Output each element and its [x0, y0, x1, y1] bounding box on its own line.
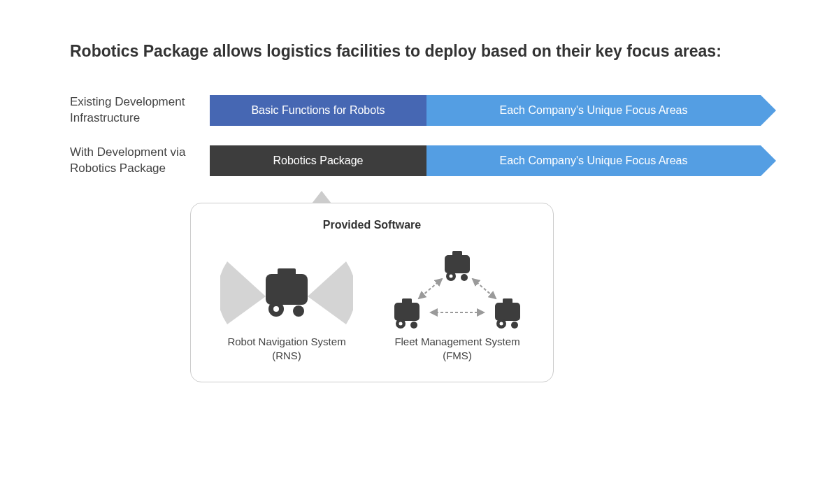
fleet-management-icon [375, 244, 539, 335]
svg-rect-18 [495, 303, 520, 321]
software-rns: Robot Navigation System (RNS) [205, 244, 368, 363]
svg-point-11 [450, 275, 453, 278]
software-fms: Fleet Management System (FMS) [375, 244, 539, 363]
provided-software-callout: Provided Software Robot Navigation [190, 203, 554, 382]
row-robotics-bar: Robotics Package Each Company's Unique F… [210, 145, 776, 176]
svg-line-6 [473, 279, 496, 298]
svg-point-4 [293, 305, 304, 317]
segment-basic-functions: Basic Functions for Robots [210, 95, 426, 126]
arrowhead-icon [761, 145, 776, 176]
segment-unique-focus-1: Each Company's Unique Focus Areas [426, 95, 761, 126]
diagram-title: Robotics Package allows logistics facili… [70, 42, 783, 61]
svg-point-16 [399, 322, 403, 326]
callout-title: Provided Software [205, 219, 539, 231]
svg-rect-9 [452, 251, 462, 256]
svg-point-12 [461, 274, 468, 281]
row-robotics-label: With Development via Robotics Package [70, 145, 210, 177]
software-rns-label: Robot Navigation System (RNS) [205, 335, 368, 363]
row-existing-bar: Basic Functions for Robots Each Company'… [210, 95, 776, 126]
svg-rect-13 [394, 303, 420, 321]
callout-pointer-icon [313, 192, 330, 203]
segment-robotics-package: Robotics Package [210, 145, 426, 176]
row-existing: Existing Development Infrastructure Basi… [70, 94, 783, 127]
svg-point-17 [410, 322, 417, 329]
svg-rect-14 [402, 298, 412, 303]
row-robotics-package: With Development via Robotics Package Ro… [70, 145, 783, 177]
segment-unique-focus-2: Each Company's Unique Focus Areas [426, 145, 761, 176]
svg-point-22 [511, 322, 518, 329]
software-fms-label: Fleet Management System (FMS) [375, 335, 539, 363]
svg-point-21 [500, 322, 503, 326]
svg-rect-1 [278, 268, 296, 275]
arrowhead-icon [761, 95, 776, 126]
row-existing-label: Existing Development Infrastructure [70, 94, 210, 127]
svg-rect-8 [445, 255, 470, 273]
svg-line-5 [419, 279, 442, 298]
svg-point-3 [273, 306, 279, 312]
svg-rect-19 [503, 298, 512, 303]
robot-navigation-icon [205, 244, 368, 335]
svg-rect-0 [266, 274, 308, 305]
